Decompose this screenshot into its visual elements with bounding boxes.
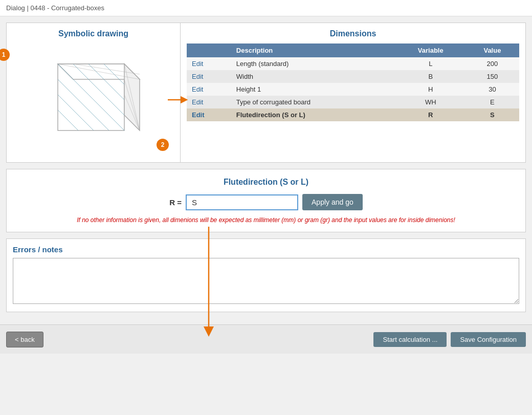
row-description: Flutedirection (S or L): [231, 108, 396, 121]
table-row: EditHeight 1H30: [187, 83, 519, 96]
row-variable: R: [396, 108, 465, 121]
errors-textarea[interactable]: [13, 258, 519, 304]
save-configuration-button[interactable]: Save Configuration: [451, 332, 526, 347]
row-variable: H: [396, 83, 465, 96]
row-value: E: [465, 96, 519, 108]
edit-link[interactable]: Edit: [192, 73, 203, 80]
row-description: Length (standard): [231, 57, 396, 70]
drawing-area: 1: [13, 43, 174, 156]
bottom-right-buttons: Start calculation ... Save Configuration: [373, 332, 526, 347]
edit-section-title: Flutedirection (S or L): [15, 178, 517, 187]
row-description: Height 1: [231, 83, 396, 96]
edit-form-row: R = Apply and go: [15, 194, 517, 210]
row-variable: B: [396, 70, 465, 83]
dimensions-table: Description Variable Value EditLength (s…: [187, 43, 519, 121]
dimensions-panel: Dimensions Description Variable Value Ed…: [181, 23, 525, 162]
edit-section: Flutedirection (S or L) R = Apply and go…: [6, 169, 526, 232]
bottom-arrow-area: [43, 329, 374, 350]
top-section: Symbolic drawing 1: [6, 23, 526, 163]
row-value: 30: [465, 83, 519, 96]
col-header-variable: Variable: [396, 43, 465, 57]
row-description: Type of corrugated board: [231, 96, 396, 108]
row-description: Width: [231, 70, 396, 83]
row-variable: L: [396, 57, 465, 70]
row-value: 150: [465, 70, 519, 83]
badge-1: 1: [0, 49, 10, 61]
edit-link[interactable]: Edit: [192, 85, 203, 93]
col-header-value: Value: [465, 43, 519, 57]
bottom-bar: < back Start calculation ... Save Config…: [0, 324, 532, 354]
flute-direction-input[interactable]: [186, 194, 298, 210]
table-row: EditFlutedirection (S or L)RS: [187, 108, 519, 121]
warning-text: If no other information is given, all di…: [15, 216, 517, 224]
edit-link[interactable]: Edit: [192, 60, 203, 68]
table-row: EditType of corrugated boardWHE: [187, 96, 519, 108]
col-header-description: Description: [231, 43, 396, 57]
table-row: EditWidthB150: [187, 70, 519, 83]
errors-section: Errors / notes: [6, 238, 526, 312]
down-arrow-icon: [193, 227, 224, 339]
col-header-edit: [187, 43, 231, 57]
row-variable: WH: [396, 96, 465, 108]
arrow-icon: [168, 95, 188, 105]
box-drawing-svg: [42, 54, 145, 146]
start-calculation-button[interactable]: Start calculation ...: [373, 332, 447, 347]
page-title: Dialog | 0448 - Corrugated-boxes: [0, 0, 532, 16]
row-value: S: [465, 108, 519, 121]
table-row: EditLength (standard)L200: [187, 57, 519, 70]
edit-label: R =: [169, 198, 182, 207]
edit-link[interactable]: Edit: [192, 98, 203, 106]
symbolic-drawing-panel: Symbolic drawing 1: [7, 23, 181, 162]
symbolic-drawing-title: Symbolic drawing: [13, 29, 174, 38]
edit-link[interactable]: Edit: [192, 111, 205, 119]
back-button[interactable]: < back: [6, 332, 43, 347]
errors-title: Errors / notes: [13, 245, 519, 254]
dimensions-title: Dimensions: [187, 29, 519, 38]
badge-2: 2: [157, 139, 169, 151]
apply-and-go-button[interactable]: Apply and go: [302, 194, 363, 210]
row-value: 200: [465, 57, 519, 70]
